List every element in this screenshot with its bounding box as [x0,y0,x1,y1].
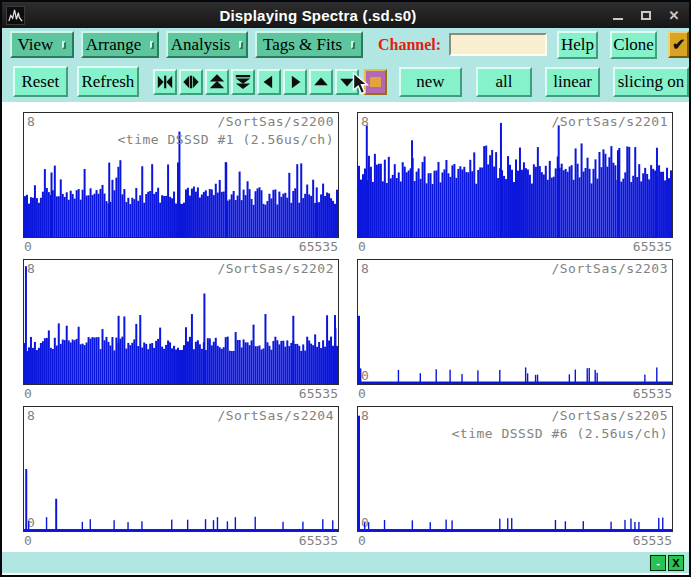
x-axis: 0 65535 [357,532,673,549]
spectrum-window-icon [6,6,25,25]
linear-button[interactable]: linear [545,67,600,97]
clone-button[interactable]: Clone [610,31,658,59]
spectrum-name-label: /SortSas/s2202 [217,261,334,276]
title-bar[interactable]: Displaying Spectra (.sd.s0) ✕ [2,2,689,28]
refresh-button[interactable]: Refresh [77,66,139,97]
all-button[interactable]: all [476,67,533,97]
menu-indicator-icon [239,41,243,49]
histogram [358,113,672,237]
spectrum-sublabel: <time DSSSD #1 (2.56us/ch) [118,132,335,147]
y-max-label: 8 [27,114,35,129]
spectrum-panel: 8 /SortSas/s2205 <time DSSSD #6 (2.56us/… [357,406,673,549]
spectrum-name-label: /SortSas/s2204 [217,408,334,423]
x-axis: 0 65535 [23,532,339,549]
channel-input[interactable] [449,33,547,56]
status-close-button[interactable]: X [668,555,684,571]
spectrum-plot[interactable]: 8 /SortSas/s2204 0 [23,406,339,532]
up-button[interactable] [309,69,333,95]
spectrum-panel: 8 /SortSas/s2203 0 0 65535 [357,259,673,402]
x-min-label: 0 [358,386,366,402]
x-max-label: 65535 [299,239,338,255]
y-max-label: 8 [361,261,369,276]
double-down-button[interactable] [231,69,255,95]
x-max-label: 65535 [299,386,338,402]
spectrum-name-label: /SortSas/s2200 [217,114,334,129]
x-min-label: 0 [24,386,32,402]
status-minimize-button[interactable]: - [650,555,666,571]
x-max-label: 65535 [299,533,338,549]
menu-analysis[interactable]: Analysis [166,31,248,58]
y-max-label: 8 [361,408,369,423]
reset-button[interactable]: Reset [13,66,68,97]
slicing-button[interactable]: slicing on [613,67,689,97]
spectrum-name-label: /SortSas/s2203 [551,261,668,276]
menu-arrange[interactable]: Arrange [81,31,159,58]
status-bar: - X [2,552,689,573]
y-max-label: 8 [27,408,35,423]
app-window: Displaying Spectra (.sd.s0) ✕ View Arran… [0,0,691,577]
main-area: 8 /SortSas/s2200 <time DSSSD #1 (2.56us/… [2,102,689,552]
window-bottom-edge [2,573,689,575]
menu-arrange-label: Arrange [86,35,142,55]
x-max-label: 65535 [633,386,672,402]
y-max-label: 8 [27,261,35,276]
spectrum-name-label: /SortSas/s2201 [551,114,668,129]
double-up-button[interactable] [205,69,229,95]
x-axis: 0 65535 [357,385,673,402]
right-button[interactable] [283,69,307,95]
histogram [24,407,338,531]
menu-view[interactable]: View [10,31,74,58]
help-button[interactable]: Help [557,31,598,59]
gold-checkbox[interactable]: ✔ [668,31,689,58]
window-title: Displaying Spectra (.sd.s0) [25,7,611,24]
menu-indicator-icon [62,41,66,49]
down-button[interactable] [335,69,359,95]
spectrum-plot[interactable]: 8 /SortSas/s2201 [357,112,673,238]
spectrum-name-label: /SortSas/s2205 [551,408,668,423]
grab-mode-button[interactable] [364,69,387,95]
tool-bar: Reset Refresh [2,61,689,102]
checkmark-icon: ✔ [672,35,685,54]
spectrum-panel: 8 /SortSas/s2201 0 65535 [357,112,673,255]
maximize-icon[interactable] [639,8,653,22]
menu-indicator-icon [351,41,355,49]
x-axis: 0 65535 [357,238,673,255]
new-button[interactable]: new [399,67,461,97]
spectrum-sublabel: <time DSSSD #6 (2.56us/ch) [452,426,669,441]
x-min-label: 0 [358,533,366,549]
spectrum-plot[interactable]: 8 /SortSas/s2200 <time DSSSD #1 (2.56us/… [23,112,339,238]
close-icon[interactable]: ✕ [667,8,681,22]
left-button[interactable] [257,69,281,95]
compress-horizontal-button[interactable] [153,69,177,95]
spectrum-plot[interactable]: 8 /SortSas/s2203 0 [357,259,673,385]
status-buttons: - X [649,554,685,572]
x-axis: 0 65535 [23,385,339,402]
menu-bar: View Arrange Analysis Tags & Fits Channe… [2,28,689,61]
channel-label: Channel: [378,36,441,54]
minimize-icon[interactable] [611,8,625,22]
y-max-label: 8 [361,114,369,129]
menu-tags-fits[interactable]: Tags & Fits [255,31,363,58]
x-min-label: 0 [358,239,366,255]
histogram [24,260,338,384]
navigation-group [153,69,387,95]
histogram [358,260,672,384]
menu-analysis-label: Analysis [171,35,231,55]
menu-tags-fits-label: Tags & Fits [263,35,342,55]
expand-horizontal-button[interactable] [179,69,203,95]
spectra-grid: 8 /SortSas/s2200 <time DSSSD #1 (2.56us/… [23,112,689,549]
menu-indicator-icon [150,41,154,49]
spectrum-panel: 8 /SortSas/s2202 0 65535 [23,259,339,402]
spectrum-panel: 8 /SortSas/s2200 <time DSSSD #1 (2.56us/… [23,112,339,255]
grab-mode-icon [370,77,381,87]
x-max-label: 65535 [633,239,672,255]
spectrum-plot[interactable]: 8 /SortSas/s2205 <time DSSSD #6 (2.56us/… [357,406,673,532]
x-max-label: 65535 [633,533,672,549]
spectrum-panel: 8 /SortSas/s2204 0 0 65535 [23,406,339,549]
x-min-label: 0 [24,533,32,549]
spectrum-plot[interactable]: 8 /SortSas/s2202 [23,259,339,385]
x-min-label: 0 [24,239,32,255]
x-axis: 0 65535 [23,238,339,255]
menu-view-label: View [18,35,54,55]
